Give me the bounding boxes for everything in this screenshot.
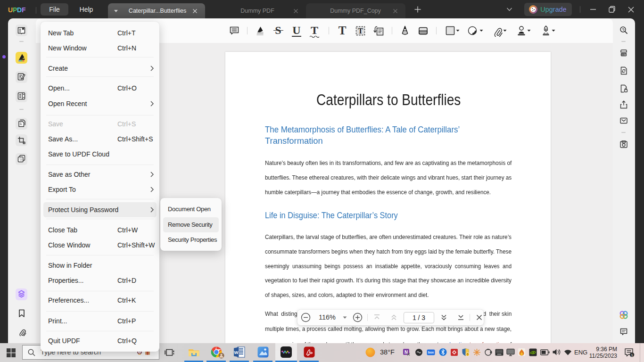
svg-text:!: ! <box>467 353 468 356</box>
svg-text:1: 1 <box>631 353 633 357</box>
svg-text:T: T <box>358 27 363 35</box>
svg-text:W: W <box>234 350 239 355</box>
svg-text:box: box <box>428 351 434 354</box>
svg-text:N: N <box>405 350 408 355</box>
